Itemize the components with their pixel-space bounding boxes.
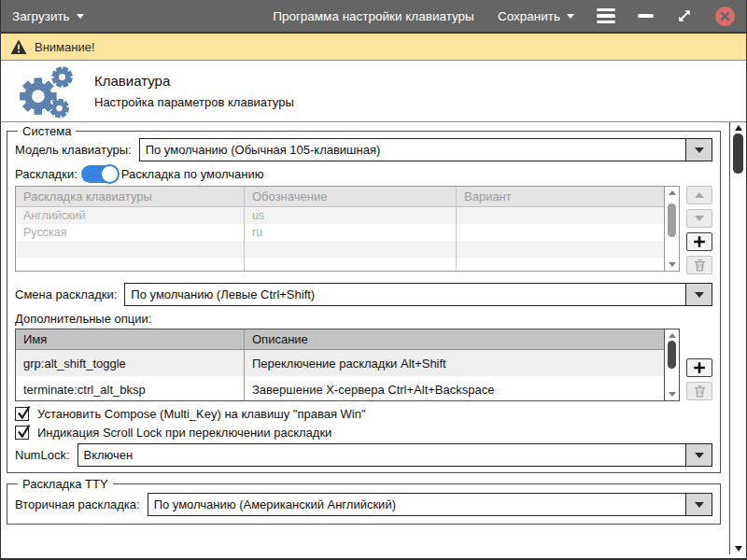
table-row: Русская ru <box>16 224 664 241</box>
load-menu-label: Загрузить <box>12 9 70 23</box>
scrolllock-checkbox[interactable] <box>15 426 29 440</box>
warning-triangle-icon <box>10 39 27 55</box>
save-menu-label: Сохранить <box>498 9 560 23</box>
plus-icon <box>693 361 706 374</box>
switch-row: Смена раскладки: По умолчанию (Левые Ctr… <box>15 283 712 306</box>
layouts-table-scrollbar[interactable] <box>664 187 679 271</box>
chevron-down-icon <box>567 14 574 19</box>
secondary-layout-label: Вторичная раскладка: <box>15 497 140 511</box>
keyboard-model-row: Модель клавиатуры: По умолчанию (Обычная… <box>15 138 712 161</box>
scrolllock-checkbox-label: Индикация Scroll Lock при переключении р… <box>37 426 331 440</box>
scrollbar-thumb[interactable] <box>668 203 676 237</box>
close-button[interactable] <box>715 7 735 26</box>
tty-group: Раскладка TTY Вторичная раскладка: По ум… <box>7 477 721 525</box>
secondary-layout-select[interactable]: По умолчанию (Американский Английский) <box>148 493 712 516</box>
secondary-layout-value: По умолчанию (Американский Английский) <box>148 494 685 515</box>
gears-icon <box>10 63 76 119</box>
switch-label: Смена раскладки: <box>15 287 117 301</box>
checkmark-icon <box>16 423 32 440</box>
combo-dropdown-button[interactable] <box>685 444 712 466</box>
arrow-up-icon <box>669 333 676 338</box>
chevron-down-icon <box>695 502 704 508</box>
combo-dropdown-button[interactable] <box>685 139 712 161</box>
move-up-button[interactable] <box>686 186 712 204</box>
add-option-button[interactable] <box>686 358 712 377</box>
column-header: Вариант <box>456 187 664 206</box>
options-table: Имя Описание grp:alt_shift_toggle Перекл… <box>15 329 680 401</box>
checkmark-icon <box>16 404 32 421</box>
layout-switch-value: По умолчанию (Левые Ctrl+Shift) <box>125 284 685 305</box>
delete-layout-button[interactable] <box>686 256 712 274</box>
layouts-label: Раскладки: <box>15 167 78 181</box>
app-window: Загрузить Программа настройки клавиатуры… <box>0 0 747 560</box>
layouts-toggle-row: Раскладки: Раскладка по умолчанию <box>15 165 712 183</box>
table-row-empty <box>16 241 664 258</box>
compose-checkbox-row: Установить Compose (Multi_Key) на клавиш… <box>15 407 712 421</box>
arrow-up-icon <box>695 192 704 198</box>
keyboard-model-value: По умолчанию (Обычная 105-клавишная) <box>140 139 685 161</box>
layouts-default-toggle[interactable] <box>81 165 116 183</box>
plus-icon <box>693 235 706 248</box>
settings-panel: Система Модель клавиатуры: По умолчанию … <box>1 122 729 554</box>
trash-icon <box>694 259 706 272</box>
toggle-knob <box>100 164 120 184</box>
table-row[interactable]: grp:alt_shift_toggle Переключение раскла… <box>16 350 664 376</box>
layouts-table: Раскладка клавиатуры Обозначение Вариант… <box>15 186 680 272</box>
move-down-button[interactable] <box>686 209 712 228</box>
trash-icon <box>694 385 706 398</box>
system-group-legend: Система <box>18 124 76 138</box>
close-icon <box>720 11 730 21</box>
maximize-icon <box>676 7 693 24</box>
layout-switch-select[interactable]: По умолчанию (Левые Ctrl+Shift) <box>124 283 712 306</box>
options-table-scrollbar[interactable] <box>664 329 679 400</box>
scroll-up-arrow-icon[interactable] <box>735 125 742 131</box>
options-table-header: Имя Описание <box>16 329 664 350</box>
add-layout-button[interactable] <box>686 232 712 251</box>
system-group: Система Модель клавиатуры: По умолчанию … <box>7 124 721 473</box>
scrollbar-thumb[interactable] <box>668 341 676 369</box>
layouts-table-header: Раскладка клавиатуры Обозначение Вариант <box>16 187 664 207</box>
maximize-button[interactable] <box>676 7 693 24</box>
keyboard-model-label: Модель клавиатуры: <box>15 143 132 157</box>
scrollbar-thumb[interactable] <box>733 133 743 174</box>
column-header: Имя <box>16 329 244 349</box>
arrow-down-icon <box>669 392 676 397</box>
layouts-toggle-label: Раскладка по умолчанию <box>121 167 264 181</box>
warning-text: Внимание! <box>35 40 95 54</box>
titlebar: Загрузить Программа настройки клавиатуры… <box>1 0 746 34</box>
arrow-down-icon <box>695 216 704 221</box>
main-scrollbar[interactable] <box>729 122 746 554</box>
numlock-row: NumLock: Включен <box>15 443 712 467</box>
save-menu-button[interactable]: Сохранить <box>498 9 574 23</box>
options-label: Дополнительные опции: <box>15 312 712 326</box>
secondary-layout-row: Вторичная раскладка: По умолчанию (Амери… <box>15 493 712 516</box>
page-title: Клавиатура <box>94 73 294 89</box>
load-menu-button[interactable]: Загрузить <box>12 9 84 23</box>
column-header: Описание <box>244 329 664 349</box>
numlock-value: Включен <box>78 444 685 466</box>
column-header: Раскладка клавиатуры <box>16 187 244 206</box>
table-row-empty <box>16 258 664 271</box>
arrow-down-icon <box>669 262 676 267</box>
combo-dropdown-button[interactable] <box>685 284 712 305</box>
compose-checkbox[interactable] <box>15 407 29 421</box>
tty-group-legend: Раскладка TTY <box>18 477 113 491</box>
module-header: Клавиатура Настройка параметров клавиату… <box>1 61 746 122</box>
table-row: Английский us <box>16 207 664 224</box>
warning-banner: Внимание! <box>1 34 746 61</box>
delete-option-button[interactable] <box>686 382 712 400</box>
scrolllock-checkbox-row: Индикация Scroll Lock при переключении р… <box>15 426 712 440</box>
chevron-down-icon <box>695 453 704 458</box>
numlock-select[interactable]: Включен <box>78 443 712 467</box>
column-header: Обозначение <box>244 187 456 206</box>
keyboard-model-select[interactable]: По умолчанию (Обычная 105-клавишная) <box>139 138 712 161</box>
page-subtitle: Настройка параметров клавиатуры <box>94 95 294 109</box>
numlock-label: NumLock: <box>15 448 70 462</box>
chevron-down-icon <box>695 147 704 153</box>
chevron-down-icon <box>695 292 704 298</box>
table-row[interactable]: terminate:ctrl_alt_bksp Завершение X-сер… <box>16 376 664 400</box>
minimize-button[interactable] <box>638 14 654 18</box>
combo-dropdown-button[interactable] <box>685 494 712 515</box>
scroll-down-arrow-icon[interactable] <box>735 546 742 552</box>
hamburger-icon[interactable] <box>597 8 615 24</box>
